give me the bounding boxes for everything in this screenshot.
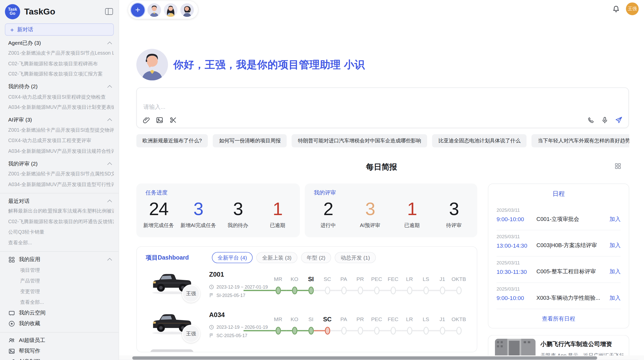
input-placeholder: 请输入...	[143, 103, 166, 111]
suggestion-chip[interactable]: 比亚迪全固态电池计划具体说了什么	[432, 134, 527, 147]
sidebar-item[interactable]: A034-全新新能源MUV产品开发项目法规符合性评审	[8, 146, 114, 156]
logo-line2: Go	[10, 11, 15, 16]
sidebar-item-creative-draw[interactable]: 创意制图	[0, 356, 119, 360]
schedule-time: 10:30-11:30	[496, 268, 536, 275]
date-range-text: 2023-12-19 ~ 2026-01-19	[216, 325, 268, 329]
dashboard-header: 项目Dashboard 全新平台 (4) 全新上装 (3) 年型 (2) 动总开…	[137, 247, 477, 263]
layout-grid-icon[interactable]	[614, 162, 621, 169]
milestone-dot	[456, 286, 461, 294]
sidebar-item-cloud-space[interactable]: 我的云空间	[0, 307, 119, 318]
join-button[interactable]: 加入	[609, 268, 621, 275]
chevron-up-icon[interactable]	[107, 162, 112, 167]
section-header[interactable]: AI评审 (3)	[8, 115, 114, 125]
sidebar-item[interactable]: C0X4-动力总成开发项目工程变更评审	[8, 136, 114, 146]
user-avatar[interactable]: 王强	[626, 3, 639, 15]
suggestion-chip[interactable]: 特朗普可能对进口汽车增税会对中国车企造成哪些影响	[292, 134, 427, 147]
chevron-up-icon[interactable]	[107, 200, 112, 204]
section-header[interactable]: 最近对话	[8, 196, 114, 206]
suggestion-chip[interactable]: 欧洲新规最近颁布了什么?	[136, 134, 208, 147]
stat-label: AI预评审	[349, 222, 391, 229]
suggestion-chip[interactable]: 当下年轻人对汽车外观有怎样的喜好趋势	[532, 134, 629, 147]
sidebar-item[interactable]: C02-飞腾新能源轻客改款项目立项汇报方案	[8, 69, 114, 79]
schedule-date: 2025/03/11	[496, 208, 621, 213]
app-item-project-mgmt[interactable]: 项目管理	[0, 265, 119, 276]
notification-bell-icon[interactable]	[612, 5, 620, 13]
recent-chat-item[interactable]: C02-飞腾新能源轻客改款项目的闭环通告反馈情况	[8, 217, 114, 227]
project-row-partial	[150, 349, 194, 352]
milestone-label: KO	[286, 316, 303, 323]
plus-icon: +	[135, 5, 140, 15]
project-dashboard-card: 项目Dashboard 全新平台 (4) 全新上装 (3) 年型 (2) 动总开…	[136, 246, 477, 352]
milestone-dot	[440, 286, 445, 294]
tab-new-platform[interactable]: 全新平台 (4)	[212, 252, 253, 263]
chat-input[interactable]: 请输入...	[136, 87, 629, 128]
sidebar-header: Task Go TaskGo	[0, 0, 119, 21]
project-row[interactable]: 王强 Z001 2023-12-19 ~ 2027-01-19 SI-2025-…	[137, 266, 477, 306]
suggestion-chip[interactable]: 如何写一份清晰的项目周报	[213, 134, 287, 147]
app-item-change-mgmt[interactable]: 变更管理	[0, 286, 119, 297]
milestone-dot	[374, 286, 379, 294]
project-row[interactable]: 王强 A034 2023-12-19 ~ 2026-01-19 SC-2025-…	[137, 306, 477, 346]
chevron-up-icon[interactable]	[107, 118, 112, 123]
greeting-block: 你好，王强，我是你的项目管理助理 小识	[136, 49, 365, 80]
sidebar-item-favorites[interactable]: 我的收藏	[0, 318, 119, 329]
phone-icon[interactable]	[587, 116, 595, 124]
app-item-product-mgmt[interactable]: 产品管理	[0, 276, 119, 286]
schedule-card: 日程 2025/03/11 9:00-10:00 C001-立项审批会 加入 2…	[488, 184, 629, 328]
chevron-up-icon[interactable]	[107, 41, 112, 46]
section-header[interactable]: 我的评审 (2)	[8, 158, 114, 169]
new-chat-button[interactable]: + 新对话	[5, 23, 114, 36]
view-all-schedule-link[interactable]: 查看所有日程	[488, 315, 629, 323]
sidebar-item[interactable]: A034-全新新能源MUV产品开发项目计划变更表编写	[8, 102, 114, 113]
add-assistant-button[interactable]: +	[131, 3, 144, 17]
sidebar-item[interactable]: Z001-全新燃油轻卡产品开发项目SI节点属性5D文件评审	[8, 169, 114, 179]
my-apps-header[interactable]: 我的应用	[0, 254, 119, 265]
grid-icon	[8, 256, 15, 263]
sidebar-item-ai-staff[interactable]: AI超级员工	[0, 335, 119, 346]
assistant-avatar-1[interactable]	[148, 3, 161, 17]
sidebar-item[interactable]: A034-全新新能源MUV产品开发项目造型可行性评审	[8, 179, 114, 190]
recent-chat-item[interactable]: 公司Q3轻卡销量	[8, 227, 114, 237]
main-area: + 王强 你好，王强，我是你的项目管理助理 小识	[119, 0, 644, 360]
view-all-link[interactable]: 查看全部...	[0, 297, 119, 308]
tab-new-body[interactable]: 全新上装 (3)	[256, 252, 297, 263]
sidebar-item[interactable]: C0X4-动力总成开发项目SI里程碑提交物检查	[8, 92, 114, 102]
join-button[interactable]: 加入	[609, 216, 621, 223]
sidebar-item-write-helper[interactable]: 帮我写作	[0, 346, 119, 356]
divider	[496, 256, 621, 257]
divider	[0, 193, 119, 193]
view-all-link[interactable]: 查看全部...	[8, 237, 114, 248]
assistant-avatar-3[interactable]	[180, 3, 194, 17]
tab-powertrain[interactable]: 动总开发 (1)	[335, 252, 376, 263]
scissors-icon[interactable]	[169, 116, 177, 124]
sidebar-item[interactable]: Z001-全新燃油轻卡产品开发项目SI造型提交物评审	[8, 125, 114, 136]
section-header[interactable]: Agent已办 (3)	[8, 38, 114, 48]
tab-model-year[interactable]: 年型 (2)	[301, 252, 331, 263]
image-icon[interactable]	[156, 116, 164, 124]
join-button[interactable]: 加入	[609, 294, 621, 302]
microphone-icon[interactable]	[601, 116, 609, 124]
assistant-avatar-2[interactable]	[164, 3, 177, 17]
cloud-drive-icon	[8, 309, 15, 316]
stat-value: 3	[433, 198, 475, 220]
section-title: AI评审 (3)	[8, 116, 108, 124]
attachment-icon[interactable]	[142, 116, 150, 124]
owner-badge: 王强	[182, 325, 200, 343]
section-header[interactable]: 我的待办 (2)	[8, 82, 114, 92]
milestone-dot	[308, 327, 314, 335]
milestone-label: SC	[319, 316, 336, 323]
chevron-up-icon[interactable]	[107, 258, 112, 263]
divider	[0, 251, 119, 252]
dashboard-title: 项目Dashboard	[146, 254, 189, 262]
sidebar-item[interactable]: C02-飞腾新能源轻客改款项目里程碑画布	[8, 58, 114, 69]
recent-chat-item[interactable]: 解释最新出台的欧盟报废车法规再生塑料比例被调至15%...	[8, 206, 114, 217]
sidebar-collapse-icon[interactable]	[105, 8, 113, 15]
scrollbar-thumb[interactable]	[132, 356, 597, 359]
milestone-dot	[358, 286, 363, 294]
join-button[interactable]: 加入	[609, 242, 621, 249]
sidebar-item[interactable]: Z001-全新燃油皮卡产品开发项目SI节点Lesson Learn报告	[8, 48, 114, 58]
chevron-up-icon[interactable]	[107, 85, 112, 90]
assistant-avatar-large	[136, 49, 168, 80]
milestone-label: PR	[352, 316, 369, 323]
send-icon[interactable]	[615, 116, 623, 124]
